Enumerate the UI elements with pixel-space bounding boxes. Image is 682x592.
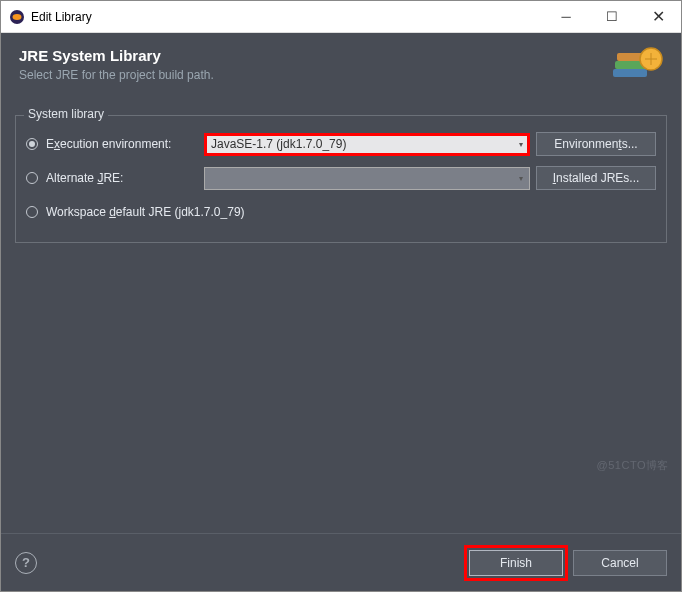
maximize-button[interactable]: ☐ bbox=[589, 1, 635, 33]
workspace-default-radio[interactable] bbox=[26, 206, 38, 218]
header-title: JRE System Library bbox=[19, 47, 607, 64]
chevron-down-icon: ▾ bbox=[519, 140, 523, 149]
dialog-body: System library Execution environment: Ja… bbox=[1, 97, 681, 533]
help-button[interactable]: ? bbox=[15, 552, 37, 574]
alternate-jre-select[interactable]: ▾ bbox=[204, 167, 530, 190]
alternate-jre-label: Alternate JRE: bbox=[46, 171, 204, 185]
minimize-button[interactable]: ─ bbox=[543, 1, 589, 33]
finish-button[interactable]: Finish bbox=[469, 550, 563, 576]
workspace-default-row: Workspace default JRE (jdk1.7.0_79) bbox=[26, 198, 656, 226]
svg-rect-2 bbox=[613, 69, 647, 77]
eclipse-icon bbox=[9, 9, 25, 25]
alternate-jre-row: Alternate JRE: ▾ Installed JREs... bbox=[26, 164, 656, 192]
chevron-down-icon: ▾ bbox=[519, 174, 523, 183]
execution-environment-select[interactable]: JavaSE-1.7 (jdk1.7.0_79) ▾ bbox=[204, 133, 530, 156]
execution-environment-row: Execution environment: JavaSE-1.7 (jdk1.… bbox=[26, 130, 656, 158]
watermark: @51CTO博客 bbox=[597, 458, 669, 473]
fieldset-legend: System library bbox=[24, 107, 108, 121]
workspace-default-label: Workspace default JRE (jdk1.7.0_79) bbox=[46, 205, 245, 219]
system-library-fieldset: System library Execution environment: Ja… bbox=[15, 115, 667, 243]
close-button[interactable]: ✕ bbox=[635, 1, 681, 33]
execution-environment-radio[interactable] bbox=[26, 138, 38, 150]
window-controls: ─ ☐ ✕ bbox=[543, 1, 681, 33]
title-bar: Edit Library ─ ☐ ✕ bbox=[1, 1, 681, 33]
dialog-footer: ? Finish Cancel bbox=[1, 533, 681, 591]
installed-jres-button[interactable]: Installed JREs... bbox=[536, 166, 656, 190]
cancel-button[interactable]: Cancel bbox=[573, 550, 667, 576]
dialog-header: JRE System Library Select JRE for the pr… bbox=[1, 33, 681, 97]
header-subtitle: Select JRE for the project build path. bbox=[19, 68, 607, 82]
window-title: Edit Library bbox=[31, 10, 543, 24]
alternate-jre-radio[interactable] bbox=[26, 172, 38, 184]
execution-environment-label: Execution environment: bbox=[46, 137, 204, 151]
execution-environment-value: JavaSE-1.7 (jdk1.7.0_79) bbox=[211, 137, 346, 151]
library-icon bbox=[607, 43, 663, 85]
environments-button[interactable]: Environments... bbox=[536, 132, 656, 156]
svg-point-1 bbox=[13, 14, 22, 20]
